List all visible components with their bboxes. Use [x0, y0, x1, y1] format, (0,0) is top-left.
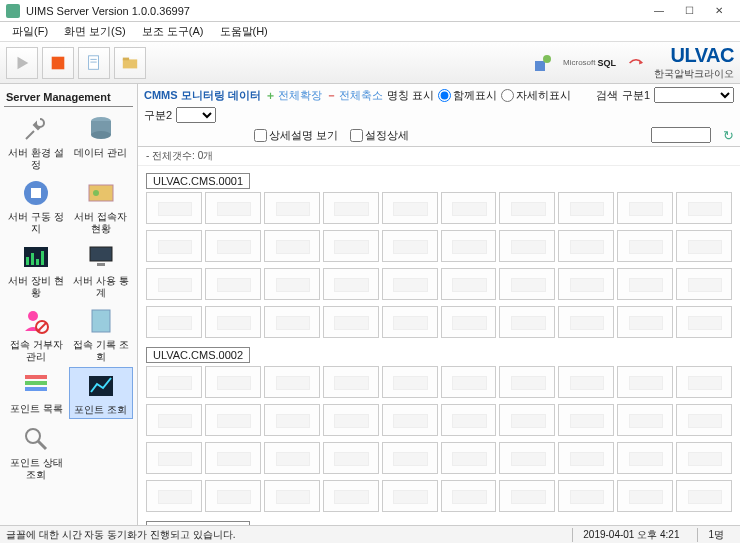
- data-cell[interactable]: [676, 366, 732, 398]
- data-cell[interactable]: [676, 192, 732, 224]
- data-cell[interactable]: [676, 480, 732, 512]
- data-cell[interactable]: [382, 268, 438, 300]
- data-cell[interactable]: [676, 404, 732, 436]
- data-cell[interactable]: [441, 480, 497, 512]
- data-cell[interactable]: [205, 306, 261, 338]
- detail-radio[interactable]: 자세히표시: [501, 88, 571, 103]
- data-cell[interactable]: [264, 480, 320, 512]
- menu-file[interactable]: 파일(F): [4, 22, 56, 41]
- data-grid-area[interactable]: ULVAC.CMS.0001ULVAC.CMS.0002ULVAC.CMS.00…: [138, 166, 740, 525]
- data-cell[interactable]: [558, 480, 614, 512]
- data-cell[interactable]: [617, 366, 673, 398]
- data-cell[interactable]: [205, 442, 261, 474]
- data-cell[interactable]: [264, 442, 320, 474]
- detail-expand-checkbox[interactable]: 상세설명 보기: [254, 128, 338, 143]
- data-cell[interactable]: [146, 404, 202, 436]
- data-cell[interactable]: [558, 306, 614, 338]
- sidebar-item-0[interactable]: 서버 환경 설정: [4, 111, 69, 173]
- group2-select[interactable]: [176, 107, 216, 123]
- data-cell[interactable]: [617, 230, 673, 262]
- data-cell[interactable]: [264, 268, 320, 300]
- data-cell[interactable]: [264, 366, 320, 398]
- data-cell[interactable]: [323, 442, 379, 474]
- data-cell[interactable]: [382, 230, 438, 262]
- menu-view[interactable]: 화면 보기(S): [56, 22, 134, 41]
- data-cell[interactable]: [146, 480, 202, 512]
- data-cell[interactable]: [382, 404, 438, 436]
- data-cell[interactable]: [499, 366, 555, 398]
- data-cell[interactable]: [382, 480, 438, 512]
- data-cell[interactable]: [441, 404, 497, 436]
- sidebar-item-5[interactable]: 서버 사용 통계: [69, 239, 134, 301]
- play-button[interactable]: [6, 47, 38, 79]
- folder-button[interactable]: [114, 47, 146, 79]
- close-button[interactable]: ✕: [704, 1, 734, 21]
- group-header[interactable]: ULVAC.CMS.0003: [146, 521, 250, 525]
- data-cell[interactable]: [558, 442, 614, 474]
- data-cell[interactable]: [146, 230, 202, 262]
- data-cell[interactable]: [146, 268, 202, 300]
- data-cell[interactable]: [441, 230, 497, 262]
- minimize-button[interactable]: —: [644, 1, 674, 21]
- data-cell[interactable]: [205, 268, 261, 300]
- data-cell[interactable]: [676, 268, 732, 300]
- data-cell[interactable]: [264, 230, 320, 262]
- sidebar-item-9[interactable]: 포인트 조회: [69, 367, 134, 419]
- stop-button[interactable]: [42, 47, 74, 79]
- data-cell[interactable]: [382, 192, 438, 224]
- data-cell[interactable]: [205, 480, 261, 512]
- sidebar-item-6[interactable]: 접속 거부자 관리: [4, 303, 69, 365]
- data-cell[interactable]: [323, 480, 379, 512]
- group-header[interactable]: ULVAC.CMS.0002: [146, 347, 250, 363]
- search-input[interactable]: [651, 127, 711, 143]
- data-cell[interactable]: [205, 230, 261, 262]
- data-cell[interactable]: [205, 366, 261, 398]
- data-cell[interactable]: [382, 306, 438, 338]
- data-cell[interactable]: [205, 192, 261, 224]
- data-cell[interactable]: [499, 480, 555, 512]
- sidebar-item-8[interactable]: 포인트 목록: [4, 367, 69, 419]
- data-cell[interactable]: [558, 366, 614, 398]
- data-cell[interactable]: [499, 230, 555, 262]
- sidebar-item-4[interactable]: 서버 장비 현황: [4, 239, 69, 301]
- data-cell[interactable]: [499, 442, 555, 474]
- data-cell[interactable]: [617, 192, 673, 224]
- data-cell[interactable]: [558, 230, 614, 262]
- menu-tools[interactable]: 보조 도구(A): [134, 22, 212, 41]
- document-button[interactable]: [78, 47, 110, 79]
- data-cell[interactable]: [617, 480, 673, 512]
- collapse-all-button[interactable]: －전체축소: [326, 88, 383, 103]
- data-cell[interactable]: [499, 268, 555, 300]
- data-cell[interactable]: [676, 230, 732, 262]
- sidebar-item-10[interactable]: 포인트 상태 조회: [4, 421, 69, 483]
- data-cell[interactable]: [323, 404, 379, 436]
- data-cell[interactable]: [146, 192, 202, 224]
- setting-detail-checkbox[interactable]: 설정상세: [350, 128, 409, 143]
- data-cell[interactable]: [499, 192, 555, 224]
- maximize-button[interactable]: ☐: [674, 1, 704, 21]
- data-cell[interactable]: [558, 404, 614, 436]
- data-cell[interactable]: [264, 192, 320, 224]
- data-cell[interactable]: [441, 192, 497, 224]
- refresh-button[interactable]: ↻: [723, 128, 734, 143]
- sidebar-item-7[interactable]: 접속 기록 조회: [69, 303, 134, 365]
- data-cell[interactable]: [382, 442, 438, 474]
- data-cell[interactable]: [499, 306, 555, 338]
- data-cell[interactable]: [323, 192, 379, 224]
- data-cell[interactable]: [323, 306, 379, 338]
- data-cell[interactable]: [323, 230, 379, 262]
- data-cell[interactable]: [558, 268, 614, 300]
- data-cell[interactable]: [264, 306, 320, 338]
- sidebar-item-2[interactable]: 서버 구동 정지: [4, 175, 69, 237]
- data-cell[interactable]: [146, 306, 202, 338]
- sidebar-item-3[interactable]: 서버 접속자 현황: [69, 175, 134, 237]
- data-cell[interactable]: [382, 366, 438, 398]
- data-cell[interactable]: [205, 404, 261, 436]
- group-header[interactable]: ULVAC.CMS.0001: [146, 173, 250, 189]
- data-cell[interactable]: [146, 442, 202, 474]
- data-cell[interactable]: [441, 442, 497, 474]
- data-cell[interactable]: [323, 366, 379, 398]
- compact-radio[interactable]: 함께표시: [438, 88, 497, 103]
- expand-all-button[interactable]: ＋전체확장: [265, 88, 322, 103]
- data-cell[interactable]: [617, 306, 673, 338]
